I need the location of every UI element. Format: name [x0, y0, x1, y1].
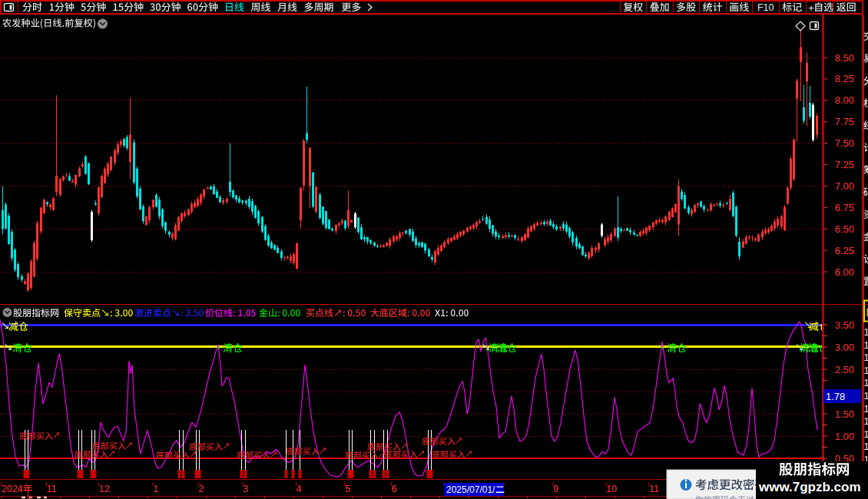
svg-text:8.00: 8.00 — [835, 94, 854, 106]
svg-text:1.78: 1.78 — [826, 391, 845, 402]
svg-text:1.: 1. — [864, 352, 868, 363]
svg-text:8.25: 8.25 — [835, 73, 854, 84]
svg-text:+: + — [808, 2, 814, 14]
svg-text:1.00: 1.00 — [835, 431, 854, 442]
svg-text:12: 12 — [99, 484, 110, 494]
svg-text:8.50: 8.50 — [835, 52, 854, 64]
svg-text:6.25: 6.25 — [835, 245, 854, 256]
svg-text:2025/07/01/: 2025/07/01/ — [446, 484, 495, 495]
svg-text:7.00: 7.00 — [835, 180, 854, 192]
svg-text:4: 4 — [297, 484, 302, 494]
svg-text:3.00: 3.00 — [835, 342, 854, 353]
svg-text:1.: 1. — [864, 441, 868, 452]
svg-text:1.: 1. — [864, 365, 868, 376]
svg-text:11: 11 — [47, 484, 57, 494]
svg-text:1.: 1. — [864, 429, 868, 440]
svg-text:F10: F10 — [757, 2, 774, 13]
svg-text:9: 9 — [553, 484, 558, 494]
svg-text:1.: 1. — [864, 327, 868, 338]
svg-text:3.50: 3.50 — [835, 319, 854, 331]
svg-text:1.: 1. — [864, 340, 868, 351]
svg-text:7.75: 7.75 — [835, 116, 854, 127]
svg-text:6.50: 6.50 — [835, 223, 854, 235]
svg-text:1.: 1. — [864, 378, 868, 388]
svg-text:2.50: 2.50 — [835, 364, 854, 375]
svg-text:7.50: 7.50 — [835, 137, 854, 149]
svg-text:1: 1 — [153, 484, 158, 494]
svg-text:1.: 1. — [864, 416, 868, 427]
svg-text:1.: 1. — [864, 391, 868, 402]
svg-text:2024: 2024 — [2, 484, 23, 494]
svg-text:2: 2 — [198, 484, 204, 494]
svg-text:11: 11 — [649, 484, 659, 494]
svg-text:5: 5 — [345, 484, 350, 494]
svg-text:6: 6 — [392, 484, 397, 494]
svg-text:3: 3 — [243, 484, 248, 494]
svg-text:6.00: 6.00 — [835, 266, 854, 278]
svg-text:1.: 1. — [864, 404, 868, 415]
svg-text:7.25: 7.25 — [835, 159, 854, 170]
svg-text:10: 10 — [606, 484, 617, 494]
svg-text:www.7gpzb.com: www.7gpzb.com — [758, 480, 861, 494]
svg-text:6.75: 6.75 — [835, 202, 854, 213]
svg-text:1.50: 1.50 — [835, 408, 854, 420]
